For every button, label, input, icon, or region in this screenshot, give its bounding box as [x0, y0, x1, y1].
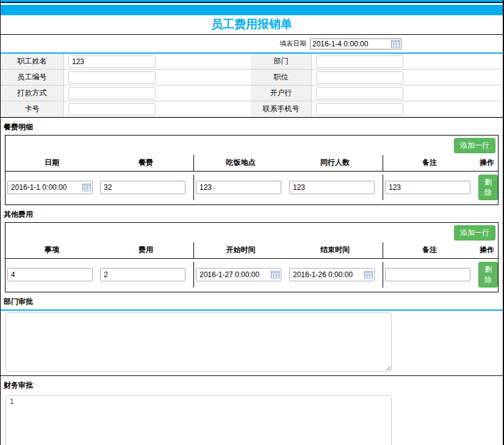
fill-date-label: 填表日期	[279, 39, 306, 48]
field-cell	[312, 85, 503, 101]
other-table: 添加一行 事项 费用 开始时间 结束时间 备注 操作	[5, 222, 499, 292]
fill-date-input[interactable]	[310, 38, 401, 49]
column-header-end-time: 结束时间	[287, 242, 383, 258]
meal-table-header: 日期 餐费 吃饭地点 同行人数 备注 操作	[5, 155, 498, 172]
meal-place-cell	[194, 175, 287, 200]
blue-divider	[1, 309, 503, 311]
other-item-cell	[5, 262, 98, 288]
column-header-fee: 费用	[98, 242, 194, 258]
add-row-button[interactable]: 添加一行	[454, 138, 495, 153]
expense-form-page: 员工费用报销单 填表日期 职工姓名 部门 员工编号 职位 打款方式 开户行 卡号…	[0, 0, 504, 445]
column-header-companions: 同行人数	[287, 155, 383, 171]
column-header-start-time: 开始时间	[194, 242, 287, 258]
column-header-note: 备注	[383, 242, 476, 258]
field-cell	[64, 70, 251, 85]
fill-date-row: 填表日期	[1, 35, 503, 52]
dept-approval-title: 部门审批	[1, 292, 503, 309]
other-start-cell	[194, 262, 287, 288]
field-label-phone: 联系手机号	[251, 101, 312, 117]
other-end-cell	[287, 262, 383, 288]
field-cell	[312, 101, 503, 117]
start-time-picker	[196, 268, 281, 281]
meal-fee-input[interactable]	[100, 181, 185, 194]
calendar-icon[interactable]	[364, 271, 373, 279]
field-label-payment-method: 打款方式	[1, 85, 64, 101]
phone-input[interactable]	[316, 103, 403, 115]
start-time-input[interactable]	[196, 268, 281, 281]
fill-date-picker	[310, 38, 401, 49]
other-note-cell	[383, 262, 476, 288]
meal-fee-cell	[98, 175, 194, 200]
add-row-button[interactable]: 添加一行	[454, 225, 495, 241]
column-header-meal-fee: 餐费	[98, 155, 194, 171]
column-header-date: 日期	[5, 155, 98, 171]
delete-row-button[interactable]: 删除	[478, 262, 498, 288]
payment-method-input[interactable]	[68, 87, 156, 99]
meal-section-title: 餐费明细	[1, 118, 503, 135]
column-header-operation: 操作	[476, 155, 498, 171]
other-fee-input[interactable]	[100, 268, 185, 281]
column-header-operation: 操作	[476, 242, 498, 258]
other-table-header: 事项 费用 开始时间 结束时间 备注 操作	[5, 242, 498, 259]
meal-table-row: 删除	[5, 172, 498, 204]
other-fee-cell	[98, 262, 194, 288]
calendar-icon[interactable]	[271, 271, 279, 279]
delete-row-button[interactable]: 删除	[478, 175, 498, 200]
field-cell	[64, 54, 251, 70]
field-cell	[312, 70, 503, 85]
field-cell	[64, 85, 251, 101]
other-table-toolbar: 添加一行	[5, 223, 498, 242]
column-header-place: 吃饭地点	[194, 155, 287, 171]
bank-input[interactable]	[316, 87, 403, 99]
department-input[interactable]	[316, 56, 403, 68]
page-title: 员工费用报销单	[211, 16, 292, 32]
meal-date-cell	[5, 175, 98, 200]
meal-companions-input[interactable]	[289, 181, 375, 194]
title-row: 员工费用报销单	[1, 15, 503, 34]
other-operation-cell: 删除	[476, 262, 498, 288]
personal-info-grid: 职工姓名 部门 员工编号 职位 打款方式 开户行 卡号 联系手机号	[1, 54, 503, 117]
employee-id-input[interactable]	[68, 71, 156, 84]
calendar-icon[interactable]	[391, 40, 400, 48]
meal-companions-cell	[287, 175, 383, 200]
meal-place-input[interactable]	[196, 181, 281, 194]
field-label-position: 职位	[251, 70, 312, 85]
other-item-input[interactable]	[7, 268, 93, 281]
field-label-card-number: 卡号	[1, 101, 64, 117]
top-banner	[1, 5, 503, 15]
meal-note-input[interactable]	[385, 181, 470, 194]
field-label-department: 部门	[251, 54, 312, 70]
end-time-input[interactable]	[289, 268, 375, 281]
meal-table-toolbar: 添加一行	[5, 136, 498, 155]
field-cell	[312, 54, 503, 70]
position-input[interactable]	[316, 71, 403, 84]
meal-operation-cell: 删除	[476, 175, 498, 200]
end-time-picker	[289, 268, 375, 281]
employee-name-input[interactable]	[68, 56, 156, 68]
meal-date-picker	[7, 181, 93, 194]
field-label-bank: 开户行	[251, 85, 312, 101]
field-label-employee-name: 职工姓名	[1, 54, 64, 70]
card-number-input[interactable]	[68, 103, 156, 115]
meal-date-input[interactable]	[7, 181, 93, 194]
dept-approval-textarea[interactable]	[5, 313, 392, 372]
other-table-row: 删除	[5, 259, 498, 292]
meal-table: 添加一行 日期 餐费 吃饭地点 同行人数 备注 操作	[5, 135, 499, 205]
meal-note-cell	[383, 175, 476, 200]
field-label-employee-id: 员工编号	[1, 70, 64, 85]
finance-approval-title: 财务审批	[1, 376, 503, 393]
field-cell	[64, 101, 251, 117]
column-header-item: 事项	[5, 242, 98, 258]
finance-approval-textarea[interactable]: 1	[5, 395, 392, 445]
other-note-input[interactable]	[385, 268, 470, 281]
calendar-icon[interactable]	[82, 184, 91, 192]
column-header-note: 备注	[383, 155, 476, 171]
other-section-title: 其他费用	[1, 205, 503, 222]
